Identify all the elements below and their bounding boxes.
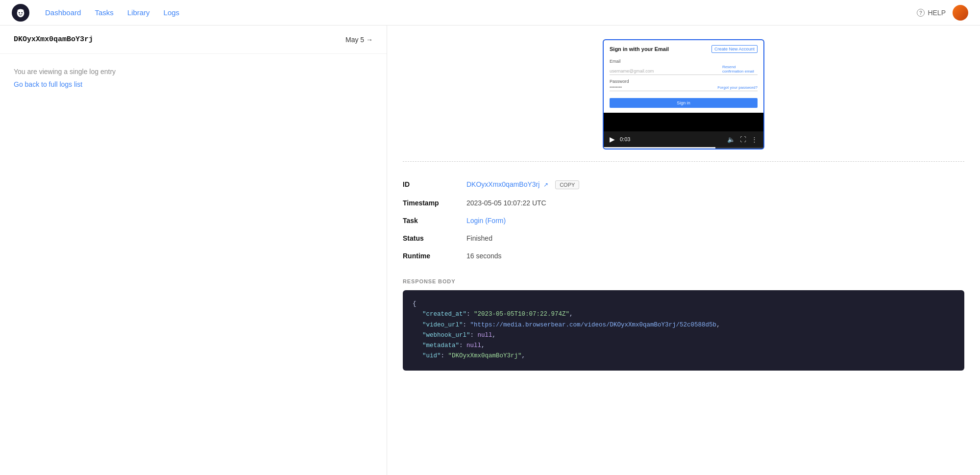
runtime-value: 16 seconds xyxy=(466,247,964,265)
id-label: ID xyxy=(403,175,466,194)
id-value: DKOyxXmx0qamBoY3rj xyxy=(466,180,539,188)
email-input-display: username@gmail.com xyxy=(610,69,722,74)
code-line-5: "uid": "DKOyxXmx0qamBoY3rj", xyxy=(422,352,525,359)
password-input-display: •••••••• xyxy=(610,85,622,90)
help-label: HELP xyxy=(928,9,946,17)
status-row: Status Finished xyxy=(403,229,964,247)
log-id: DKOyxXmx0qamBoY3rj xyxy=(14,35,93,44)
code-line-1: "created_at": "2023-05-05T10:07:22.974Z"… xyxy=(422,311,573,318)
runtime-label: Runtime xyxy=(403,247,466,265)
forgot-label: Forgot your password? xyxy=(717,85,758,90)
nav-tasks[interactable]: Tasks xyxy=(95,8,113,17)
help-button[interactable]: ? HELP xyxy=(917,9,946,17)
svg-text:?: ? xyxy=(919,10,922,16)
email-label: Email xyxy=(610,59,758,64)
left-header: DKOyxXmx0qamBoY3rj May 5 → xyxy=(0,25,387,54)
status-value: Finished xyxy=(466,229,964,247)
task-cell: Login (Form) xyxy=(466,212,964,229)
response-label: RESPONSE BODY xyxy=(403,278,964,284)
logo xyxy=(12,4,29,22)
code-line-3: "webhook_url": null, xyxy=(422,332,496,339)
viewing-text: You are viewing a single log entry xyxy=(14,68,373,75)
task-link[interactable]: Login (Form) xyxy=(466,217,506,225)
id-external-link-icon[interactable]: ↗ xyxy=(543,181,548,188)
timestamp-label: Timestamp xyxy=(403,194,466,212)
signin-create: Create New Account xyxy=(711,45,758,53)
nav-logs[interactable]: Logs xyxy=(164,8,180,17)
right-panel: Sign in with your Email Create New Accou… xyxy=(387,25,980,475)
task-row: Task Login (Form) xyxy=(403,212,964,229)
video-screen: Sign in with your Email Create New Accou… xyxy=(604,40,763,113)
more-icon[interactable]: ⋮ xyxy=(751,136,758,143)
signin-header: Sign in with your Email Create New Accou… xyxy=(610,45,758,53)
resend-label: Resend confirmation email xyxy=(722,65,758,74)
help-icon: ? xyxy=(917,9,925,17)
video-progress-bar[interactable] xyxy=(604,147,763,149)
timestamp-row: Timestamp 2023-05-05 10:07:22 UTC xyxy=(403,194,964,212)
details-section: ID DKOyxXmx0qamBoY3rj ↗ COPY Timestamp 2… xyxy=(387,162,980,278)
video-time: 0:03 xyxy=(620,136,630,142)
copy-button[interactable]: COPY xyxy=(555,180,579,189)
video-section: Sign in with your Email Create New Accou… xyxy=(387,25,980,161)
fullscreen-icon[interactable]: ⛶ xyxy=(740,136,746,143)
details-table: ID DKOyxXmx0qamBoY3rj ↗ COPY Timestamp 2… xyxy=(403,175,964,265)
signin-button[interactable]: Sign in xyxy=(610,98,758,108)
nav-library[interactable]: Library xyxy=(127,8,150,17)
password-label: Password xyxy=(610,79,758,84)
video-fade xyxy=(604,112,763,131)
volume-icon[interactable]: 🔈 xyxy=(727,136,735,143)
svg-point-1 xyxy=(19,12,20,13)
status-label: Status xyxy=(403,229,466,247)
nav-right: ? HELP xyxy=(917,5,968,21)
nav-dashboard[interactable]: Dashboard xyxy=(45,8,81,17)
main-layout: DKOyxXmx0qamBoY3rj May 5 → You are viewi… xyxy=(0,25,980,475)
timestamp-value: 2023-05-05 10:07:22 UTC xyxy=(466,194,964,212)
email-field-group: Email username@gmail.com Resend confirma… xyxy=(610,59,758,75)
video-controls: ▶ 0:03 🔈 ⛶ ⋮ xyxy=(604,131,763,147)
back-link[interactable]: Go back to full logs list xyxy=(14,80,82,88)
task-label: Task xyxy=(403,212,466,229)
id-cell: DKOyxXmx0qamBoY3rj ↗ COPY xyxy=(466,175,964,194)
runtime-row: Runtime 16 seconds xyxy=(403,247,964,265)
nav-links: Dashboard Tasks Library Logs xyxy=(45,8,901,17)
code-block: { "created_at": "2023-05-05T10:07:22.974… xyxy=(403,290,964,371)
navbar: Dashboard Tasks Library Logs ? HELP xyxy=(0,0,980,25)
password-field-group: Password •••••••• Forgot your password? xyxy=(610,79,758,91)
video-container[interactable]: Sign in with your Email Create New Accou… xyxy=(603,39,764,150)
play-icon[interactable]: ▶ xyxy=(610,135,615,143)
log-date: May 5 → xyxy=(345,36,373,44)
video-progress-fill xyxy=(604,147,715,149)
left-body: You are viewing a single log entry Go ba… xyxy=(0,54,387,102)
response-section: RESPONSE BODY { "created_at": "2023-05-0… xyxy=(387,278,980,384)
svg-point-2 xyxy=(21,12,23,13)
user-avatar[interactable] xyxy=(953,5,968,21)
left-panel: DKOyxXmx0qamBoY3rj May 5 → You are viewi… xyxy=(0,25,387,475)
code-line-2: "video_url": "https://media.browserbear.… xyxy=(422,322,720,328)
id-row: ID DKOyxXmx0qamBoY3rj ↗ COPY xyxy=(403,175,964,194)
signin-title: Sign in with your Email xyxy=(610,46,669,52)
code-line-4: "metadata": null, xyxy=(422,342,485,349)
